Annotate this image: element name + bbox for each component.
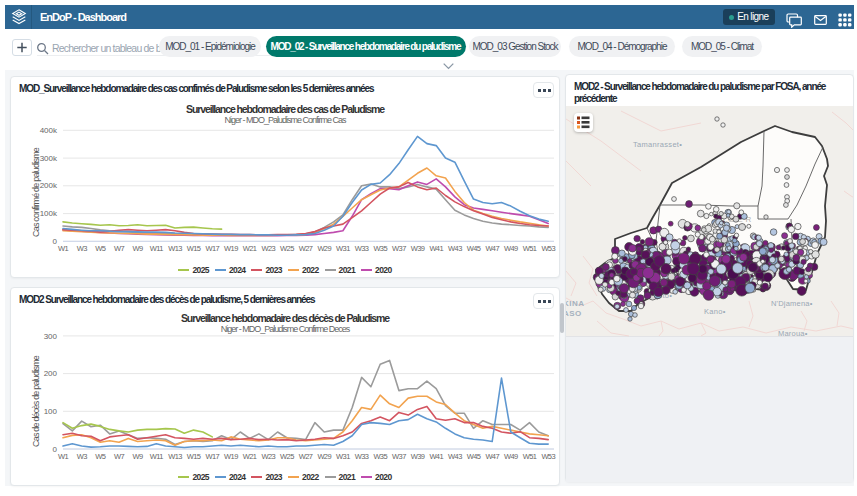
svg-text:W51: W51	[523, 452, 537, 461]
svg-text:W33: W33	[355, 244, 369, 253]
svg-text:W37: W37	[392, 452, 406, 461]
svg-text:200: 200	[44, 369, 58, 378]
svg-text:W41: W41	[429, 452, 443, 461]
svg-text:W39: W39	[411, 244, 425, 253]
svg-text:300: 300	[44, 332, 58, 341]
svg-text:W19: W19	[224, 244, 238, 253]
svg-text:W39: W39	[411, 452, 425, 461]
svg-text:W17: W17	[205, 452, 219, 461]
svg-text:200k: 200k	[40, 181, 58, 190]
svg-text:W21: W21	[243, 452, 257, 461]
svg-text:W17: W17	[205, 244, 219, 253]
svg-text:W37: W37	[392, 244, 406, 253]
svg-text:W21: W21	[243, 244, 257, 253]
svg-text:W11: W11	[150, 244, 163, 253]
svg-text:Kano•: Kano•	[704, 307, 726, 316]
svg-text:W23: W23	[261, 452, 275, 461]
svg-text:400k: 400k	[40, 126, 58, 135]
svg-text:W9: W9	[133, 244, 143, 253]
svg-text:W1: W1	[58, 452, 68, 461]
svg-text:W3: W3	[77, 452, 87, 461]
svg-text:W5: W5	[95, 452, 105, 461]
svg-text:W33: W33	[355, 452, 369, 461]
svg-text:W53: W53	[541, 452, 555, 461]
svg-text:W43: W43	[448, 244, 462, 253]
svg-text:W47: W47	[485, 244, 499, 253]
svg-text:W7: W7	[114, 244, 124, 253]
svg-text:W29: W29	[317, 244, 331, 253]
svg-text:Tamanrasset•: Tamanrasset•	[633, 140, 682, 149]
svg-text:W23: W23	[261, 244, 275, 253]
svg-text:W7: W7	[114, 452, 124, 461]
svg-text:W9: W9	[133, 452, 143, 461]
svg-text:W45: W45	[467, 244, 481, 253]
svg-text:W29: W29	[317, 452, 331, 461]
svg-text:W43: W43	[448, 452, 462, 461]
svg-text:W49: W49	[504, 452, 518, 461]
svg-text:0: 0	[53, 445, 58, 454]
svg-text:W31: W31	[336, 452, 350, 461]
svg-text:W5: W5	[95, 244, 105, 253]
svg-text:W19: W19	[224, 452, 238, 461]
svg-text:Maroua•: Maroua•	[778, 329, 808, 338]
svg-text:W31: W31	[336, 244, 350, 253]
svg-text:N'Djamena•: N'Djamena•	[771, 299, 813, 308]
svg-text:W1: W1	[58, 244, 68, 253]
svg-text:0: 0	[53, 237, 58, 246]
svg-text:W13: W13	[168, 244, 182, 253]
svg-text:KINA: KINA	[566, 299, 585, 308]
svg-text:W53: W53	[541, 244, 555, 253]
svg-text:W3: W3	[77, 244, 87, 253]
svg-text:W45: W45	[467, 452, 481, 461]
svg-text:100: 100	[44, 407, 58, 416]
svg-text:W51: W51	[523, 244, 537, 253]
svg-text:W35: W35	[373, 244, 387, 253]
svg-text:W11: W11	[150, 452, 163, 461]
svg-text:W47: W47	[485, 452, 499, 461]
svg-text:W15: W15	[187, 244, 201, 253]
svg-text:W27: W27	[299, 452, 313, 461]
svg-text:W25: W25	[280, 244, 294, 253]
svg-text:W13: W13	[168, 452, 182, 461]
svg-text:300k: 300k	[40, 154, 58, 163]
svg-text:W25: W25	[280, 452, 294, 461]
svg-text:W15: W15	[187, 452, 201, 461]
svg-text:W35: W35	[373, 452, 387, 461]
svg-text:W41: W41	[429, 244, 443, 253]
svg-text:100k: 100k	[40, 209, 58, 218]
svg-text:ASO: ASO	[566, 309, 582, 318]
svg-text:W49: W49	[504, 244, 518, 253]
svg-text:W27: W27	[299, 244, 313, 253]
